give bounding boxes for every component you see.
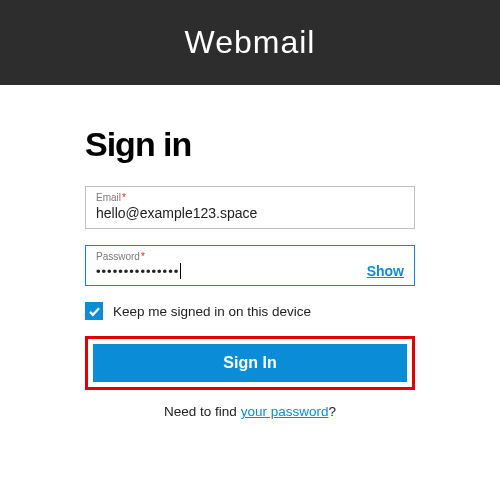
footer-text: Need to find your password?	[85, 404, 415, 419]
email-field-wrap[interactable]: Email*	[85, 186, 415, 229]
signin-button[interactable]: Sign In	[93, 344, 407, 382]
app-header: Webmail	[0, 0, 500, 85]
keep-signed-label: Keep me signed in on this device	[113, 304, 311, 319]
signin-button-highlight: Sign In	[85, 336, 415, 390]
password-label: Password*	[96, 251, 404, 262]
password-field-wrap[interactable]: Password* ••••••••••••••• Show	[85, 245, 415, 286]
show-password-button[interactable]: Show	[367, 263, 404, 279]
email-input[interactable]	[96, 205, 404, 221]
password-input[interactable]: •••••••••••••••	[96, 263, 181, 279]
app-title: Webmail	[185, 24, 316, 60]
text-cursor	[180, 263, 181, 279]
keep-signed-row: Keep me signed in on this device	[85, 302, 415, 320]
find-password-link[interactable]: your password	[241, 404, 329, 419]
checkmark-icon	[88, 305, 101, 318]
keep-signed-checkbox[interactable]	[85, 302, 103, 320]
required-asterisk: *	[122, 192, 126, 203]
email-label: Email*	[96, 192, 404, 203]
signin-heading: Sign in	[85, 125, 415, 164]
required-asterisk: *	[141, 251, 145, 262]
signin-container: Sign in Email* Password* •••••••••••••••…	[0, 85, 500, 419]
